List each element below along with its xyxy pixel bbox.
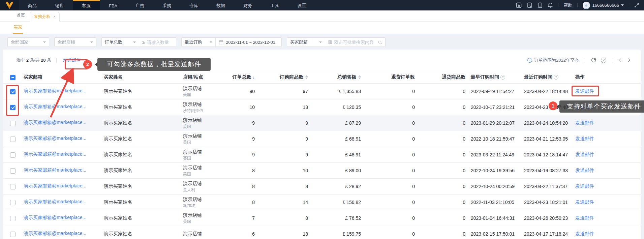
pagination-next-icon[interactable]: [627, 58, 631, 62]
close-icon[interactable]: ×: [53, 15, 55, 19]
buyer-name: 演示买家姓名: [100, 226, 179, 239]
row-checkbox[interactable]: [10, 184, 16, 189]
country-select-value: 全部国家: [11, 39, 28, 45]
batch-grid-icon[interactable]: [328, 40, 332, 44]
search-input[interactable]: [334, 40, 376, 45]
order-total-value: 8: [219, 195, 256, 210]
sort-desc-icon[interactable]: ↓: [253, 75, 255, 80]
last-order-time: 2023-04-26 20:50:23: [520, 210, 571, 226]
buyer-email-link[interactable]: 演示买家邮箱@marketplace...: [24, 136, 86, 142]
menu-item-10[interactable]: 工具: [261, 0, 288, 10]
send-email-link[interactable]: 发送邮件: [575, 183, 594, 189]
buyer-email-link[interactable]: 演示买家邮箱@marketplace...: [24, 151, 86, 157]
col-order-total[interactable]: 订单总数↓: [219, 71, 256, 84]
send-email-button[interactable]: 发送邮件: [62, 57, 82, 64]
select-all-checkbox[interactable]: [10, 75, 16, 80]
col-total-sales[interactable]: 总销售额: [309, 71, 362, 84]
country-filter[interactable]: 全部国家: [7, 37, 49, 47]
sort-icon[interactable]: [305, 75, 308, 79]
search-field-select[interactable]: 买家邮箱: [287, 38, 325, 47]
store-name: 演示店铺: [183, 196, 218, 202]
tab-buyers[interactable]: 买家: [13, 22, 23, 34]
tab-repurchase-analysis[interactable]: 复购分析 ×: [30, 12, 60, 22]
menu-item-9[interactable]: 财务: [234, 0, 261, 10]
send-email-link[interactable]: 发送邮件: [575, 88, 594, 94]
menu-item-11[interactable]: 设置: [288, 0, 315, 10]
sort-icon[interactable]: [358, 75, 361, 79]
app-logo[interactable]: [0, 0, 19, 10]
last-order-time: 2023-04-19 08:27:33: [520, 163, 571, 179]
question-circle-icon[interactable]: ?: [500, 75, 505, 80]
send-email-link[interactable]: 发送邮件: [575, 152, 594, 157]
row-checkbox[interactable]: [10, 105, 16, 110]
order-total-value: 9: [219, 147, 256, 163]
send-email-link[interactable]: 发送邮件: [575, 215, 594, 220]
buyer-email-link[interactable]: 演示买家邮箱@marketplace...: [24, 120, 86, 126]
store-filter[interactable]: 全部店铺: [54, 37, 96, 47]
buyer-email-link[interactable]: 演示买家邮箱@marketplace...: [24, 104, 86, 110]
menu-item-7[interactable]: 仓库: [180, 0, 207, 10]
total-sales-value: £ 87.29: [309, 115, 362, 131]
row-checkbox[interactable]: [10, 200, 16, 205]
tab-home[interactable]: 首页: [12, 12, 30, 21]
question-circle-icon[interactable]: ?: [554, 75, 558, 80]
send-email-link[interactable]: 发送邮件: [575, 168, 594, 173]
time-type-select[interactable]: 最近订购: [182, 38, 215, 47]
menu-item-8[interactable]: 数据: [207, 0, 234, 10]
order-total-value: 10: [219, 99, 256, 115]
account-menu[interactable]: 16666666666: [583, 2, 624, 9]
menu-item-2[interactable]: 销售: [46, 0, 73, 10]
mobile-icon[interactable]: [538, 2, 543, 8]
help-link[interactable]: 帮助: [563, 2, 572, 8]
send-email-link[interactable]: 发送邮件: [575, 199, 594, 205]
menu-item-4[interactable]: FBA: [100, 0, 126, 10]
menu-item-3[interactable]: 客服: [73, 0, 100, 10]
menu-item-6[interactable]: 采购: [153, 0, 180, 10]
result-card: 选中 2 条/共 20 条 发送邮件 i 订单范围为2022年至今 ?: [3, 50, 641, 239]
store-name: 演示店铺: [183, 165, 218, 171]
send-email-link[interactable]: 发送邮件: [575, 120, 594, 125]
refresh-icon[interactable]: [591, 57, 596, 63]
items-count-value: 10: [256, 163, 309, 179]
buyer-email-link[interactable]: 演示买家邮箱@marketplace...: [24, 88, 86, 94]
search-icon[interactable]: [378, 40, 382, 45]
row-checkbox[interactable]: [10, 152, 16, 158]
menu-item-1[interactable]: 商品: [19, 0, 46, 10]
store-name: 演示店铺: [183, 231, 218, 237]
row-checkbox[interactable]: [10, 216, 16, 221]
site-country: 美国: [183, 92, 218, 97]
pagination-prev-icon[interactable]: [618, 58, 622, 62]
date-range-picker[interactable]: 2023-11-01 ~ 2023-12-01: [215, 38, 281, 47]
row-checkbox[interactable]: [10, 168, 16, 174]
bell-icon[interactable]: [548, 2, 553, 8]
row-checkbox[interactable]: [10, 232, 16, 237]
document-add-icon[interactable]: [527, 2, 532, 8]
refund-orders-value: 0: [362, 226, 416, 239]
buyer-email-link[interactable]: 演示买家邮箱@marketplace...: [24, 199, 86, 205]
buyer-email-link[interactable]: 演示买家邮箱@marketplace...: [24, 215, 86, 221]
row-checkbox[interactable]: [10, 137, 16, 142]
metric-select[interactable]: 订单总数: [102, 38, 139, 47]
fullscreen-icon[interactable]: [634, 3, 639, 8]
help-circle-icon[interactable]: ?: [601, 58, 606, 63]
buyer-email-link[interactable]: 演示买家邮箱@marketplace...: [24, 231, 86, 237]
order-total-value: 9: [219, 115, 256, 131]
send-email-link[interactable]: 发送邮件: [575, 136, 594, 141]
buyer-name: 演示买家姓名: [100, 84, 179, 99]
row-checkbox[interactable]: [10, 121, 16, 126]
buyer-name: 演示买家姓名: [100, 210, 179, 226]
site-country: 新加坡: [183, 203, 218, 208]
items-count-value: 13: [256, 99, 309, 115]
last-order-time: 2023-04-21 12:53:05: [520, 131, 571, 147]
quantity-input[interactable]: [147, 40, 173, 45]
menu-item-5[interactable]: 广告: [126, 0, 153, 10]
send-email-link[interactable]: 发送邮件: [575, 104, 594, 110]
send-email-link[interactable]: 发送邮件: [575, 231, 594, 236]
download-icon[interactable]: [516, 2, 522, 8]
buyer-email-link[interactable]: 演示买家邮箱@marketplace...: [24, 183, 86, 189]
col-items-count[interactable]: 订购商品数: [256, 71, 309, 84]
total-sales-value: £ 120.35: [309, 99, 362, 115]
row-checkbox[interactable]: [10, 89, 16, 94]
buyer-email-link[interactable]: 演示买家邮箱@marketplace...: [24, 167, 86, 173]
table-header-row: 买家邮箱 买家姓名 店铺/站点 订单总数↓ 订购商品数 总销售额 退货订单数 退…: [3, 71, 641, 84]
